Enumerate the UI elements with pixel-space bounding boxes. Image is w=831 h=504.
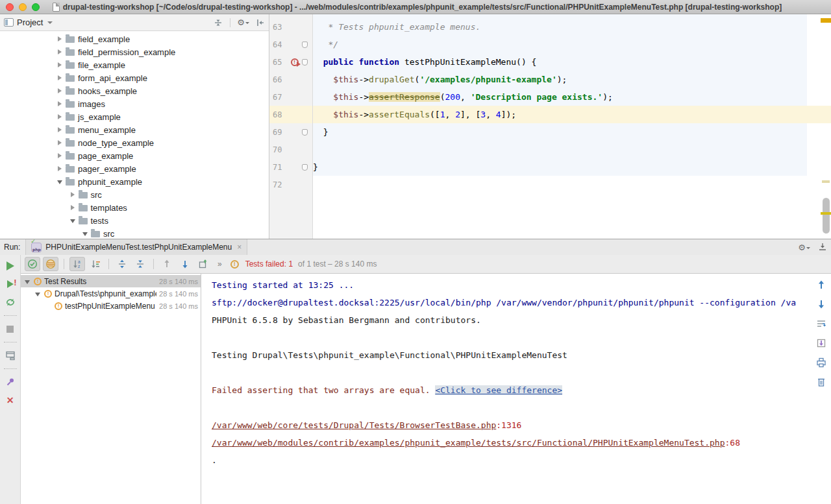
gutter[interactable]: 65! (269, 53, 313, 71)
code-text[interactable]: $this->drupalGet('/examples/phpunit-exam… (313, 71, 831, 88)
expand-all-icon[interactable] (114, 257, 130, 271)
up-stacktrace-icon[interactable] (815, 279, 827, 291)
project-tree-item[interactable]: field_example (0, 32, 269, 45)
sort-by-duration-icon[interactable] (88, 257, 103, 271)
chevron-right-icon[interactable] (57, 49, 62, 54)
console-link[interactable]: <Click to see difference> (435, 385, 562, 395)
gutter[interactable]: 70 (269, 141, 313, 158)
chevron-down-icon[interactable] (70, 218, 75, 223)
project-tree-item[interactable]: field_permission_example (0, 45, 269, 58)
chevron-right-icon[interactable] (70, 192, 75, 197)
zoom-window-button[interactable] (32, 3, 40, 11)
down-stacktrace-icon[interactable] (815, 298, 827, 310)
code-line[interactable]: 70 (269, 141, 831, 158)
gutter[interactable]: 63 (269, 18, 313, 36)
code-text[interactable]: $this->assertEquals([1, 2], [3, 4]); (313, 106, 831, 123)
gutter[interactable]: 72 (269, 176, 313, 193)
project-tree-item[interactable]: src (0, 188, 269, 201)
fold-marker-icon[interactable] (302, 164, 308, 171)
console-link[interactable]: /var/www/web/core/tests/Drupal/Tests/Bro… (212, 420, 496, 430)
chevron-right-icon[interactable] (57, 166, 62, 171)
pin-tab-button[interactable] (3, 374, 18, 390)
soft-wrap-icon[interactable] (815, 318, 827, 330)
next-failed-test-icon[interactable] (177, 257, 193, 271)
error-stripe-mark[interactable] (822, 180, 830, 183)
project-tree-item[interactable]: node_type_example (0, 136, 269, 149)
import-test-results-icon[interactable] (195, 257, 211, 271)
close-panel-button[interactable]: ✕ (3, 392, 18, 408)
console-link[interactable]: /var/www/web/modules/contrib/examples/ph… (212, 438, 725, 448)
chevron-right-icon[interactable] (57, 101, 62, 106)
code-text[interactable]: */ (313, 36, 831, 53)
print-icon[interactable] (815, 357, 827, 368)
scroll-to-end-icon[interactable] (815, 337, 827, 349)
rerun-failed-tests-button[interactable]: ! (3, 276, 18, 292)
code-text[interactable]: * Tests phpunit_example menus. (313, 18, 831, 36)
project-tree-item[interactable]: hooks_example (0, 84, 269, 97)
code-text[interactable] (313, 141, 831, 158)
chevron-right-icon[interactable] (57, 127, 62, 132)
project-tree-item[interactable]: page_example (0, 149, 269, 162)
show-ignored-icon[interactable] (43, 257, 58, 271)
project-tree-item[interactable]: src (0, 227, 269, 239)
gutter[interactable]: 66 (269, 71, 313, 88)
show-passed-icon[interactable] (25, 257, 40, 271)
fold-marker-icon[interactable] (302, 59, 308, 66)
gear-icon[interactable]: ⚙ (237, 18, 249, 27)
gutter[interactable]: 67 (269, 88, 313, 106)
chevron-down-icon[interactable] (57, 179, 62, 184)
project-tree-item[interactable]: pager_example (0, 162, 269, 175)
project-view-selector[interactable]: Project (4, 18, 53, 27)
more-actions-icon[interactable]: » (217, 259, 223, 269)
fold-marker-icon[interactable] (302, 129, 308, 136)
project-tree-item[interactable]: tests (0, 214, 269, 227)
test-tree-row[interactable]: !Drupal\Tests\phpunit_example\Functional… (21, 287, 201, 300)
test-tree-row[interactable]: !testPhpUnitExampleMenu28 s 140 ms (21, 300, 201, 312)
close-tab-icon[interactable]: × (237, 243, 242, 252)
project-tree-item[interactable]: js_example (0, 110, 269, 123)
test-failed-gutter-icon[interactable]: ! (291, 58, 299, 66)
gutter[interactable]: 71 (269, 158, 313, 176)
sort-alphabetically-icon[interactable]: az (69, 257, 85, 271)
restore-layout-button[interactable] (3, 348, 18, 363)
collapse-all-icon[interactable] (132, 257, 148, 271)
chevron-right-icon[interactable] (57, 36, 62, 42)
previous-failed-test-icon[interactable] (159, 257, 175, 271)
project-tree-item[interactable]: menu_example (0, 123, 269, 136)
gutter[interactable]: 68 (269, 106, 313, 123)
code-line[interactable]: 63 * Tests phpunit_example menus. (269, 18, 831, 36)
minimize-window-button[interactable] (19, 3, 27, 11)
editor-scrollbar[interactable] (823, 198, 830, 234)
code-line[interactable]: 72 (269, 176, 831, 193)
hide-panel-icon[interactable] (256, 18, 265, 27)
stop-button[interactable] (3, 321, 18, 337)
chevron-down-icon[interactable] (35, 291, 42, 297)
chevron-right-icon[interactable] (57, 153, 62, 158)
code-editor[interactable]: 63 * Tests phpunit_example menus.64 */65… (269, 14, 831, 239)
chevron-down-icon[interactable] (82, 231, 88, 236)
chevron-right-icon[interactable] (57, 62, 62, 67)
code-line[interactable]: 68 $this->assertEquals([1, 2], [3, 4]); (269, 106, 831, 123)
gutter[interactable]: 64 (269, 36, 313, 53)
code-line[interactable]: 67 $this->assertResponse(200, 'Descripti… (269, 88, 831, 106)
error-stripe-mark-yellow[interactable] (821, 212, 831, 215)
chevron-down-icon[interactable] (25, 278, 31, 285)
code-line[interactable]: 65! public function testPhpUnitExampleMe… (269, 53, 831, 71)
code-text[interactable]: public function testPhpUnitExampleMenu()… (313, 53, 831, 71)
toggle-auto-test-button[interactable] (3, 294, 18, 310)
project-tree-item[interactable]: phpunit_example (0, 175, 269, 188)
chevron-right-icon[interactable] (57, 114, 62, 119)
chevron-right-icon[interactable] (57, 140, 62, 145)
gutter[interactable]: 69 (269, 123, 313, 141)
code-text[interactable] (313, 176, 831, 193)
code-text[interactable]: } (313, 123, 831, 141)
test-tree-row[interactable]: !Test Results28 s 140 ms (21, 275, 201, 287)
code-line[interactable]: 69 } (269, 123, 831, 141)
rerun-button[interactable] (3, 258, 18, 274)
project-tree-item[interactable]: images (0, 97, 269, 110)
chevron-right-icon[interactable] (70, 205, 75, 210)
minimize-panel-icon[interactable] (818, 242, 827, 253)
clear-console-icon[interactable] (815, 376, 827, 388)
run-configuration-tab[interactable]: php PHPUnitExampleMenuTest.testPhpUnitEx… (25, 239, 247, 255)
test-console[interactable]: Testing started at 13:25 ...sftp://docke… (201, 274, 831, 504)
